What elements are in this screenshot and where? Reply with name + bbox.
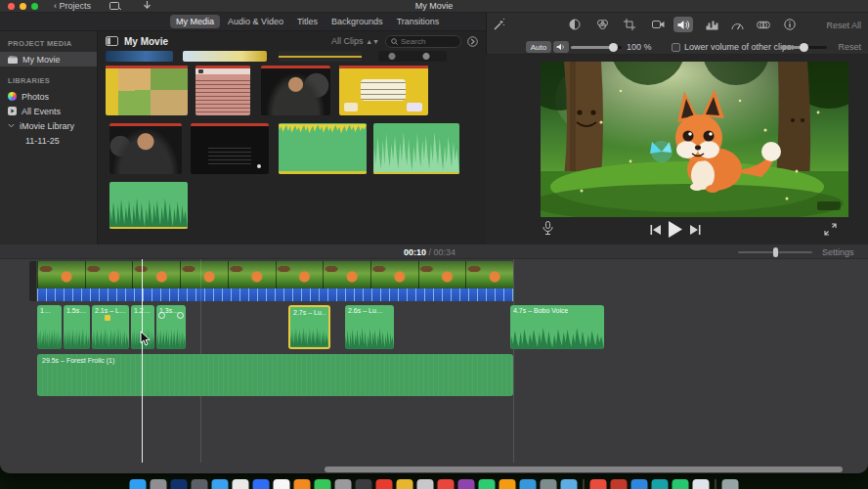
dock-app-icon[interactable] xyxy=(253,479,270,489)
fullscreen-icon[interactable] xyxy=(824,223,837,236)
media-thumbnail[interactable] xyxy=(106,51,173,62)
media-thumbnail[interactable] xyxy=(339,66,428,115)
media-thumbnail[interactable] xyxy=(109,123,182,174)
mute-speaker-button[interactable] xyxy=(553,41,569,53)
dock-app-icon[interactable] xyxy=(479,479,496,489)
fade-handle-icon[interactable] xyxy=(177,312,184,319)
sidebar-item-my-movie[interactable]: My Movie xyxy=(0,52,97,67)
media-thumbnail[interactable] xyxy=(279,51,362,62)
zoom-slider-knob[interactable] xyxy=(773,247,778,257)
crop-icon[interactable] xyxy=(620,17,639,32)
media-thumbnail[interactable] xyxy=(183,51,267,62)
timeline-video-audio-track[interactable] xyxy=(37,289,513,301)
tab-transitions[interactable]: Transitions xyxy=(391,15,446,28)
sidebar-item-label: Photos xyxy=(22,92,49,102)
clip-filter-icon[interactable] xyxy=(754,17,773,32)
dock-app-icon[interactable] xyxy=(274,479,290,489)
dock-app-icon[interactable] xyxy=(631,479,648,489)
audio-clip[interactable]: 2.1s – L… xyxy=(92,305,129,349)
dock-app-icon[interactable] xyxy=(438,479,455,489)
dock-app-icon[interactable] xyxy=(693,479,710,489)
search-field[interactable] xyxy=(385,35,461,48)
sidebar-item-all-events[interactable]: All Events xyxy=(0,104,97,118)
color-balance-icon[interactable] xyxy=(565,17,585,32)
audio-clip[interactable]: 4.7s – Bobo Voice xyxy=(510,305,604,349)
dock-app-icon[interactable] xyxy=(294,479,311,489)
fade-handle-icon[interactable] xyxy=(158,312,165,319)
continuous-playback-icon[interactable] xyxy=(467,36,478,47)
volume-slider[interactable] xyxy=(571,46,622,49)
dock-app-icon[interactable] xyxy=(590,479,607,489)
search-input[interactable] xyxy=(401,37,456,46)
play-icon[interactable] xyxy=(668,221,682,238)
dock-app-icon[interactable] xyxy=(192,479,208,489)
dock-app-icon[interactable] xyxy=(151,479,167,489)
timeline-settings-button[interactable]: Settings xyxy=(822,247,854,257)
dock-app-icon[interactable] xyxy=(356,479,372,489)
dock-app-icon[interactable] xyxy=(233,479,249,489)
sidebar-item-event-date[interactable]: 11-11-25 xyxy=(0,133,97,148)
stabilization-icon[interactable] xyxy=(648,17,668,32)
tab-audio-video[interactable]: Audio & Video xyxy=(222,15,289,28)
auto-volume-button[interactable]: Auto xyxy=(526,41,551,53)
screen: ‹ Projects My Movie My Media Audio & Vid… xyxy=(0,0,868,489)
dock-app-icon[interactable] xyxy=(673,479,689,489)
dock-app-icon[interactable] xyxy=(397,479,413,489)
media-thumbnail[interactable] xyxy=(373,123,459,174)
noise-eq-icon[interactable] xyxy=(702,17,721,32)
dock-app-icon[interactable] xyxy=(611,479,628,489)
previous-frame-icon[interactable] xyxy=(650,225,662,235)
dock-app-icon[interactable] xyxy=(130,479,147,489)
camera-icon xyxy=(198,69,203,73)
dock-app-icon[interactable] xyxy=(417,479,434,489)
reset-volume-button[interactable]: Reset xyxy=(838,42,861,52)
media-thumbnail[interactable] xyxy=(195,66,250,115)
tab-titles[interactable]: Titles xyxy=(291,15,324,28)
audio-clip[interactable]: 1.3s… xyxy=(156,305,186,349)
dock-app-icon[interactable] xyxy=(212,479,229,489)
lower-volume-checkbox[interactable] xyxy=(672,43,680,52)
dock-app-icon[interactable] xyxy=(499,479,516,489)
speed-icon[interactable] xyxy=(727,17,747,32)
media-thumbnail[interactable] xyxy=(279,123,367,174)
audio-clip-selected[interactable]: 2.7s – Lu… xyxy=(288,305,330,349)
media-thumbnail[interactable] xyxy=(261,66,330,115)
sidebar-toggle-icon[interactable] xyxy=(106,36,118,46)
dock-app-icon[interactable] xyxy=(171,479,188,489)
clip-filter-dropdown[interactable]: All Clips ▲▼ xyxy=(331,36,379,46)
dock-app-icon[interactable] xyxy=(652,479,669,489)
dock-app-icon[interactable] xyxy=(376,479,393,489)
media-thumbnail[interactable] xyxy=(191,123,269,174)
timeline-scrollbar[interactable] xyxy=(325,467,843,472)
audio-clip[interactable]: 1… xyxy=(37,305,62,349)
voiceover-mic-icon[interactable] xyxy=(542,221,553,236)
dock-app-icon[interactable] xyxy=(722,479,739,489)
lower-volume-slider[interactable] xyxy=(780,46,827,49)
volume-icon[interactable] xyxy=(673,17,693,32)
audio-clip[interactable]: 1.5s… xyxy=(64,305,90,349)
sidebar-item-imovie-library[interactable]: iMovie Library xyxy=(0,118,97,133)
dock-app-icon[interactable] xyxy=(541,479,557,489)
color-correction-icon[interactable] xyxy=(592,17,612,32)
tab-my-media[interactable]: My Media xyxy=(170,15,220,28)
dock-app-icon[interactable] xyxy=(458,479,475,489)
background-music-track[interactable]: 29.5s – Forest Frolic (1) xyxy=(37,354,513,396)
timeline-video-track[interactable] xyxy=(37,261,513,289)
enhance-wand-icon[interactable] xyxy=(489,17,508,32)
tab-backgrounds[interactable]: Backgrounds xyxy=(326,15,389,28)
reset-all-button[interactable]: Reset All xyxy=(826,21,861,30)
dock-app-icon[interactable] xyxy=(561,479,578,489)
dock-app-icon[interactable] xyxy=(315,479,331,489)
media-thumbnail[interactable] xyxy=(378,51,447,62)
audio-clip[interactable]: 2.6s – Lu… xyxy=(345,305,394,349)
playhead[interactable] xyxy=(142,259,143,463)
next-frame-icon[interactable] xyxy=(689,225,701,235)
clip-zoom-slider[interactable] xyxy=(738,251,812,253)
media-thumbnail[interactable] xyxy=(106,66,188,115)
clip-trim-handle[interactable] xyxy=(29,261,36,301)
info-icon[interactable] xyxy=(780,17,800,32)
sidebar-item-photos[interactable]: Photos xyxy=(0,89,97,104)
media-thumbnail[interactable] xyxy=(109,182,188,229)
dock-app-icon[interactable] xyxy=(520,479,537,489)
dock-app-icon[interactable] xyxy=(335,479,352,489)
